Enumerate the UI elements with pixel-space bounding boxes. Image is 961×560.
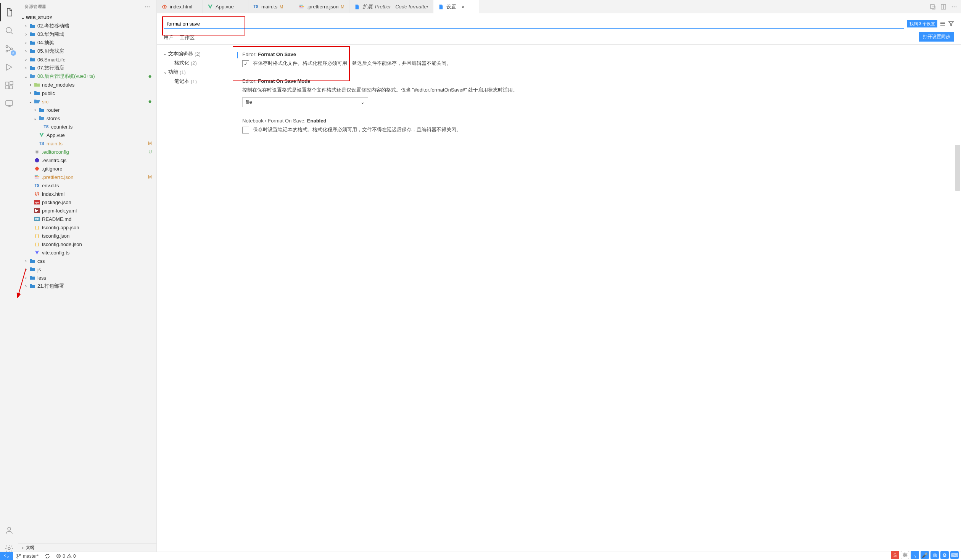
svg-point-36 [952,6,953,7]
ime-icon-s[interactable]: S [891,551,899,559]
toc-text-editor[interactable]: ⌄ 文本编辑器 (2) [161,49,229,58]
tree-row[interactable]: .gitignore [18,164,156,173]
activity-bar: 3 [0,0,18,560]
more-actions-icon[interactable] [951,4,957,10]
editor-tab[interactable]: App.vue [203,0,248,13]
chevron-right-icon: › [20,545,26,550]
explorer-icon[interactable] [0,3,18,21]
tree-row[interactable]: ›less [18,274,156,282]
tree-row[interactable]: TScounter.ts [18,122,156,131]
format-on-save-checkbox[interactable] [242,60,249,67]
scrollbar-thumb[interactable] [955,145,960,191]
tree-row[interactable]: pnpm-lock.yaml [18,206,156,215]
tree-row[interactable]: ›21.打包部署 [18,282,156,290]
tree-row[interactable]: vite.config.ts [18,248,156,257]
account-icon[interactable] [0,521,18,539]
toc-notebook[interactable]: 笔记本 (1) [161,77,229,86]
close-tab-icon[interactable]: × [460,4,466,10]
scm-icon[interactable]: 3 [0,40,18,58]
tree-row[interactable]: ⌄src● [18,97,156,106]
explorer-sidebar: 资源管理器 ⌄ WEB_STUDY ›02.考拉移动端›03.华为商城›04.抽… [18,0,157,560]
tree-label: README.md [42,216,152,222]
tree-row[interactable]: { }tsconfig.app.json [18,223,156,232]
folder-icon [29,31,36,38]
ime-icon-skin[interactable]: 画 [930,551,939,559]
editor-tab[interactable]: index.html [157,0,203,13]
yaml-icon [34,207,40,214]
tree-row[interactable]: App.vue [18,131,156,139]
ts-icon: TS [43,123,50,130]
tree-row[interactable]: ›public [18,89,156,97]
tree-row[interactable]: ›node_modules [18,80,156,89]
tree-row[interactable]: ⌄stores [18,114,156,122]
remote-explorer-icon[interactable] [0,95,18,113]
tree-row[interactable]: .eslintrc.cjs [18,156,156,164]
folder-icon [29,283,36,290]
tree-row[interactable]: ›05.贝壳找房 [18,47,156,55]
tree-row[interactable]: { }tsconfig.node.json [18,240,156,248]
scope-tab-workspace[interactable]: 工作区 [180,32,195,44]
editor-tab[interactable]: TSmain.tsM [248,0,294,13]
tree-row[interactable]: npmpackage.json [18,198,156,206]
editor-tab[interactable]: .prettierrc.jsonM [294,0,349,13]
git-status-badge: ● [145,73,152,80]
svg-text:npm: npm [35,201,40,204]
run-debug-icon[interactable] [0,58,18,76]
tab-label: App.vue [216,4,234,10]
explorer-more-icon[interactable] [144,4,150,10]
tree-row[interactable]: { }tsconfig.json [18,232,156,240]
svg-rect-26 [35,210,38,211]
ime-icon-lang[interactable]: 英 [901,551,909,559]
tree-row[interactable]: ›router [18,106,156,114]
format-on-save-mode-select[interactable]: file ⌄ [242,97,368,107]
toc-formatting[interactable]: 格式化 (2) [161,58,229,68]
workspace-header[interactable]: ⌄ WEB_STUDY [18,13,156,22]
editor-tab[interactable]: 设置× [433,0,479,13]
toc-features[interactable]: ⌄ 功能 (1) [161,68,229,77]
tree-label: 03.华为商城 [37,31,152,38]
settings-search-input[interactable] [164,19,904,29]
chevron-right-icon: › [27,82,34,87]
tree-row[interactable]: MDREADME.md [18,215,156,223]
sync-indicator[interactable] [42,554,53,559]
open-changes-icon[interactable] [930,4,936,10]
tree-row[interactable]: TSenv.d.ts [18,181,156,190]
svg-rect-5 [6,86,9,89]
ime-icon-punct[interactable]: ·, [911,551,919,559]
tree-row[interactable]: ⌄08.后台管理系统(vue3+ts)● [18,72,156,80]
search-icon[interactable] [0,21,18,40]
notebook-format-on-save-checkbox[interactable] [242,127,249,134]
tree-row[interactable]: ›css [18,257,156,265]
editor-tab[interactable]: 扩展: Prettier - Code formatter [349,0,433,13]
ime-icon-tool[interactable]: ⚙ [940,551,949,559]
outline-section[interactable]: › 大纲 [18,543,156,552]
tree-row[interactable]: ›06.SmartLife [18,55,156,64]
svg-rect-6 [10,86,13,89]
ime-icon-mic[interactable]: 🎤 [921,551,929,559]
git-branch-indicator[interactable]: master* [13,554,42,559]
file-tree[interactable]: ›02.考拉移动端›03.华为商城›04.抽奖›05.贝壳找房›06.Smart… [18,22,156,543]
tree-label: 02.考拉移动端 [37,23,152,29]
tree-row[interactable]: ›02.考拉移动端 [18,22,156,30]
ime-icon-kbd[interactable]: ⌨ [950,551,959,559]
scope-tab-user[interactable]: 用户 [164,32,174,44]
extensions-icon[interactable] [0,76,18,95]
tree-row[interactable]: TSmain.tsM [18,139,156,148]
split-editor-icon[interactable] [940,4,947,10]
problems-indicator[interactable]: 0 0 [53,554,79,559]
tree-row[interactable]: index.html [18,190,156,198]
tree-row[interactable]: .editorconfigU [18,148,156,156]
tree-row[interactable]: ›js [18,265,156,274]
tree-row[interactable]: ›04.抽奖 [18,39,156,47]
tree-row[interactable]: ›03.华为商城 [18,30,156,39]
open-settings-sync-button[interactable]: 打开设置同步 [919,32,954,42]
chevron-right-icon: › [23,57,29,62]
tree-label: .eslintrc.cjs [42,158,152,163]
remote-indicator[interactable] [0,552,13,560]
filter-icon[interactable] [948,21,954,27]
tree-row[interactable]: ›07.旅行酒店 [18,64,156,72]
svg-rect-30 [299,5,303,5]
chevron-down-icon: ⌄ [32,116,38,121]
tree-row[interactable]: .prettierrc.jsonM [18,173,156,181]
clear-search-icon[interactable] [940,21,946,27]
